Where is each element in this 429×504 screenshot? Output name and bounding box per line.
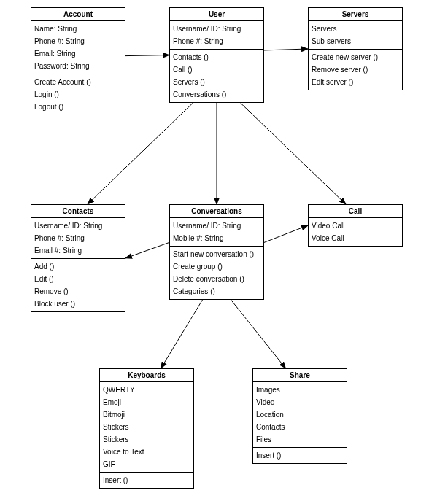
attributes: Name: StringPhone #: StringEmail: String…: [31, 21, 125, 74]
attributes: ImagesVideoLocationContactsFiles: [253, 382, 347, 448]
attributes: Username/ ID: StringPhone #: String: [170, 21, 263, 50]
relationship-arrow: [161, 300, 203, 368]
class-title: User: [170, 8, 263, 21]
attribute: Email: String: [34, 47, 122, 60]
class-title: Call: [309, 205, 402, 218]
class-call: CallVideo CallVoice Call: [308, 204, 403, 247]
attribute: Stickers: [103, 433, 190, 446]
attribute: Emoji: [103, 396, 190, 408]
operation: Remove (): [34, 285, 122, 298]
operation: Delete conversation (): [173, 273, 260, 285]
operation: Logout (): [34, 101, 122, 113]
attribute: Phone #: String: [34, 35, 122, 47]
attribute: Contacts: [256, 421, 344, 433]
attributes: Username/ ID: StringPhone #: StringEmail…: [31, 218, 125, 259]
attribute: Location: [256, 408, 344, 421]
attribute: Username/ ID: String: [34, 220, 122, 232]
operation: Edit server (): [312, 76, 399, 88]
operation: Create group (): [173, 260, 260, 273]
operation: Categories (): [173, 285, 260, 298]
attributes: ServersSub-servers: [309, 21, 402, 50]
attribute: Name: String: [34, 23, 122, 35]
attribute: Bitmoji: [103, 408, 190, 421]
attribute: Files: [256, 433, 344, 446]
operation: Edit (): [34, 273, 122, 285]
attribute: Email #: String: [34, 244, 122, 257]
operation: Servers (): [173, 76, 260, 88]
class-conversations: ConversationsUsername/ ID: StringMobile …: [169, 204, 264, 300]
relationship-arrow: [264, 49, 308, 50]
operation: Start new conversation (): [173, 248, 260, 260]
class-title: Conversations: [170, 205, 263, 218]
operation: Create new server (): [312, 51, 399, 63]
class-keyboards: KeyboardsQWERTYEmojiBitmojiStickersStick…: [99, 368, 194, 489]
operations: Create Account ()Login ()Logout (): [31, 74, 125, 115]
operations: Contacts ()Call ()Servers ()Conversation…: [170, 50, 263, 102]
relationship-arrow: [231, 300, 286, 368]
attribute: Phone #: String: [173, 35, 260, 47]
attributes: QWERTYEmojiBitmojiStickersStickersVoice …: [100, 382, 193, 473]
class-user: UserUsername/ ID: StringPhone #: StringC…: [169, 7, 264, 103]
class-title: Keyboards: [100, 369, 193, 382]
attribute: Servers: [312, 23, 399, 35]
operation: Block user (): [34, 298, 122, 310]
operation: Insert (): [103, 474, 190, 486]
class-title: Account: [31, 8, 125, 21]
attributes: Video CallVoice Call: [309, 218, 402, 246]
attributes: Username/ ID: StringMobile #: String: [170, 218, 263, 247]
relationship-arrow: [125, 242, 169, 258]
attribute: Sub-servers: [312, 35, 399, 47]
class-contacts: ContactsUsername/ ID: StringPhone #: Str…: [31, 204, 125, 312]
operation: Insert (): [256, 449, 344, 462]
attribute: Video Call: [312, 220, 399, 232]
attribute: Password: String: [34, 60, 122, 72]
operation: Add (): [34, 260, 122, 273]
attribute: GIF: [103, 458, 190, 470]
relationship-arrow: [264, 225, 308, 242]
operation: Conversations (): [173, 88, 260, 101]
relationship-arrow: [241, 103, 347, 204]
operations: Insert (): [253, 448, 347, 463]
class-servers: ServersServersSub-serversCreate new serv…: [308, 7, 403, 90]
attribute: Voice Call: [312, 232, 399, 244]
attribute: Phone #: String: [34, 232, 122, 244]
operation: Create Account (): [34, 76, 122, 88]
class-title: Servers: [309, 8, 402, 21]
attribute: Mobile #: String: [173, 232, 260, 244]
operations: Start new conversation ()Create group ()…: [170, 247, 263, 299]
operation: Contacts (): [173, 51, 260, 63]
attribute: Images: [256, 384, 344, 396]
operation: Remove server (): [312, 63, 399, 76]
attribute: Stickers: [103, 421, 190, 433]
class-account: AccountName: StringPhone #: StringEmail:…: [31, 7, 125, 115]
attribute: Username/ ID: String: [173, 23, 260, 35]
operations: Add ()Edit ()Remove ()Block user (): [31, 259, 125, 311]
operation: Login (): [34, 88, 122, 101]
relationship-arrow: [88, 103, 193, 204]
class-title: Contacts: [31, 205, 125, 218]
uml-diagram: AccountName: StringPhone #: StringEmail:…: [0, 0, 429, 504]
relationship-arrow: [125, 55, 169, 56]
class-share: ShareImagesVideoLocationContactsFilesIns…: [252, 368, 347, 464]
attribute: Video: [256, 396, 344, 408]
operations: Insert (): [100, 473, 193, 488]
operations: Create new server ()Remove server ()Edit…: [309, 50, 402, 90]
attribute: Username/ ID: String: [173, 220, 260, 232]
attribute: Voice to Text: [103, 446, 190, 458]
class-title: Share: [253, 369, 347, 382]
attribute: QWERTY: [103, 384, 190, 396]
operation: Call (): [173, 63, 260, 76]
